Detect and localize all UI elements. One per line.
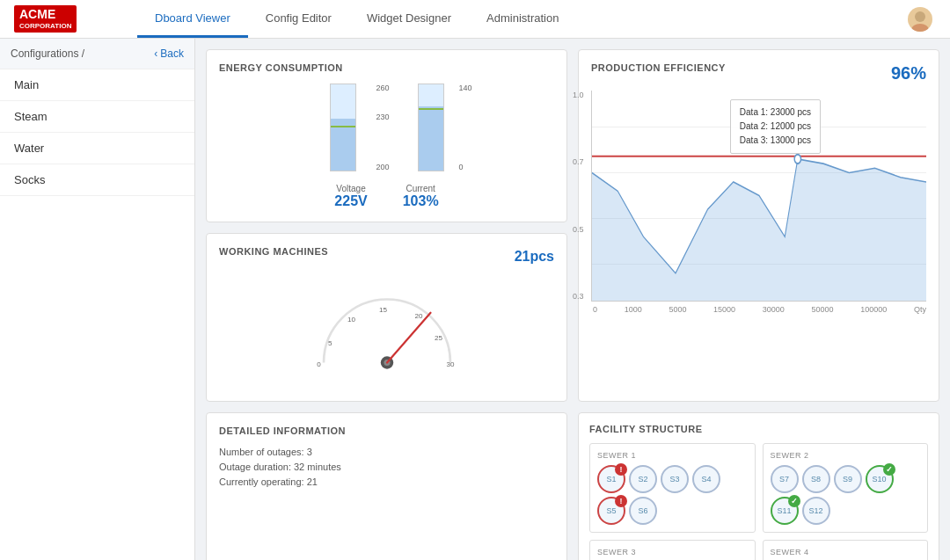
node-s9[interactable]: S9: [834, 465, 862, 493]
production-card: PRODUCTION EFFICIENCY 96% 1.0 0.7 0.5 0.…: [578, 49, 939, 402]
current-value: 103%: [403, 193, 439, 209]
y-axis-labels: 1.0 0.7 0.5 0.3: [573, 91, 584, 301]
gauges-row: 260 230 200: [219, 84, 554, 171]
back-label: Back: [160, 47, 184, 60]
sewer-box-2: SEWER 3S13S14S15S16!S17✓S18: [589, 540, 756, 560]
tooltip-data1: Data 1: 23000 pcs: [740, 105, 811, 120]
node-s10[interactable]: S10✓: [866, 465, 894, 493]
machines-title: WORKING MACHINES: [219, 246, 328, 257]
sidebar-item-steam[interactable]: Steam: [0, 101, 194, 133]
sewer-box-0: SEWER 1S1!S2S3S4S5!S6: [589, 443, 756, 533]
current-display: Current 103%: [403, 180, 439, 209]
current-bar-wrapper: 140 0: [418, 84, 444, 171]
facility-title: FACILITY STRUCTURE: [589, 424, 928, 434]
speedometer: 0 5 10 15 20 25 30: [219, 274, 554, 389]
sewer-nodes-1: S7S8S9S10✓S11✓S12: [771, 465, 921, 525]
badge-alert-s5: !: [615, 495, 627, 507]
sewer-title-2: SEWER 3: [597, 548, 748, 556]
current-marker: [419, 108, 443, 110]
detailed-title: DETAILED INFORMATION: [219, 425, 554, 436]
svg-point-7: [794, 155, 800, 164]
tab-administration[interactable]: Administration: [469, 1, 576, 38]
tab-dboard-viewer[interactable]: Dboard Viewer: [137, 1, 248, 38]
badge-ok-s11: ✓: [788, 495, 800, 507]
sidebar-item-socks[interactable]: Socks: [0, 164, 194, 196]
chart-tooltip: Data 1: 23000 pcs Data 2: 12000 pcs Data…: [730, 99, 821, 154]
facility-card: FACILITY STRUCTURE SEWER 1S1!S2S3S4S5!S6…: [578, 412, 939, 560]
user-avatar[interactable]: [908, 7, 932, 32]
x-axis-labels: 0 1000 5000 15000 30000 50000 100000 Qty: [591, 305, 926, 314]
tab-widget-designer[interactable]: Widget Designer: [349, 1, 469, 38]
node-s2[interactable]: S2: [629, 465, 657, 493]
detail-item-2: Currently operating: 21: [219, 476, 554, 487]
voltage-labels: 260 230 200: [376, 84, 389, 171]
energy-card: ENERGY CONSUMPTION 260 230 200: [206, 49, 567, 222]
node-s4[interactable]: S4: [692, 465, 720, 493]
voltage-display: Voltage 225V: [334, 180, 367, 209]
machines-header: WORKING MACHINES 21pcs: [219, 246, 554, 267]
main-layout: Configurations / ‹ Back Main Steam Water…: [0, 39, 950, 560]
back-chevron-icon: ‹: [154, 47, 157, 60]
voltage-bar-wrapper: 260 230 200: [330, 84, 356, 171]
sidebar-item-main[interactable]: Main: [0, 69, 194, 101]
voltage-value: 225V: [334, 193, 367, 209]
svg-text:0: 0: [317, 360, 321, 368]
voltage-label: Voltage: [334, 184, 367, 193]
current-gauge: 140 0: [418, 84, 444, 171]
tooltip-data3: Data 3: 13000 pcs: [740, 134, 811, 148]
sewer-nodes-0: S1!S2S3S4S5!S6: [597, 465, 748, 525]
tab-config-editor[interactable]: Config Editor: [248, 1, 349, 38]
sidebar-header-text: Configurations /: [11, 47, 84, 60]
machines-value: 21pcs: [515, 249, 554, 265]
sewers-grid: SEWER 1S1!S2S3S4S5!S6SEWER 2S7S8S9S10✓S1…: [589, 443, 928, 560]
logo-sub: CORPORATION: [19, 22, 71, 31]
production-header: PRODUCTION EFFICIENCY 96%: [591, 62, 926, 84]
svg-text:5: 5: [327, 339, 332, 347]
node-s5[interactable]: S5!: [597, 497, 625, 525]
svg-text:20: 20: [414, 312, 422, 320]
current-bar: [418, 84, 444, 171]
sidebar-header: Configurations / ‹ Back: [0, 39, 194, 69]
node-s1[interactable]: S1!: [597, 465, 625, 493]
gauge-values-row: Voltage 225V Current 103%: [219, 180, 554, 209]
efficiency-percentage: 96%: [891, 63, 926, 84]
logo: ACME CORPORATION: [14, 5, 102, 32]
node-s3[interactable]: S3: [661, 465, 689, 493]
chart-area: 1.0 0.7 0.5 0.3: [591, 91, 926, 302]
sewer-title-0: SEWER 1: [597, 451, 748, 460]
svg-point-0: [915, 11, 925, 22]
top-nav: ACME CORPORATION Dboard Viewer Config Ed…: [0, 0, 950, 39]
badge-ok-s10: ✓: [883, 463, 895, 476]
current-labels: 140 0: [458, 84, 471, 171]
logo-main: ACME: [19, 7, 55, 21]
back-button[interactable]: ‹ Back: [154, 47, 184, 60]
voltage-bar: [330, 84, 356, 171]
svg-line-17: [387, 313, 431, 363]
detail-item-0: Number of outages: 3: [219, 447, 554, 457]
current-label: Current: [403, 184, 439, 193]
sidebar-item-water[interactable]: Water: [0, 133, 194, 164]
production-title: PRODUCTION EFFICIENCY: [591, 62, 726, 73]
speedometer-svg: 0 5 10 15 20 25 30: [308, 274, 466, 380]
content-area: ENERGY CONSUMPTION 260 230 200: [195, 39, 950, 560]
current-fill: [419, 106, 443, 171]
svg-point-1: [911, 24, 929, 32]
energy-title: ENERGY CONSUMPTION: [219, 62, 554, 73]
sewer-box-3: SEWER 4S19S20S21S22S23S24: [763, 540, 929, 560]
logo-box: ACME CORPORATION: [14, 5, 77, 32]
svg-text:15: 15: [379, 306, 387, 314]
svg-text:10: 10: [347, 316, 355, 324]
sidebar: Configurations / ‹ Back Main Steam Water…: [0, 39, 195, 560]
svg-text:30: 30: [446, 360, 454, 368]
node-s7[interactable]: S7: [771, 465, 799, 493]
nav-tabs: Dboard Viewer Config Editor Widget Desig…: [137, 1, 576, 37]
detailed-card: DETAILED INFORMATION Number of outages: …: [206, 412, 567, 560]
voltage-gauge: 260 230 200: [330, 84, 356, 171]
node-s6[interactable]: S6: [629, 497, 657, 525]
tooltip-data2: Data 2: 12000 pcs: [740, 120, 811, 134]
node-s8[interactable]: S8: [802, 465, 830, 493]
node-s11[interactable]: S11✓: [771, 497, 799, 525]
node-s12[interactable]: S12: [802, 497, 830, 525]
sewer-title-1: SEWER 2: [771, 451, 921, 460]
machines-card: WORKING MACHINES 21pcs 0 5 10 15 20 25 3…: [206, 233, 567, 402]
